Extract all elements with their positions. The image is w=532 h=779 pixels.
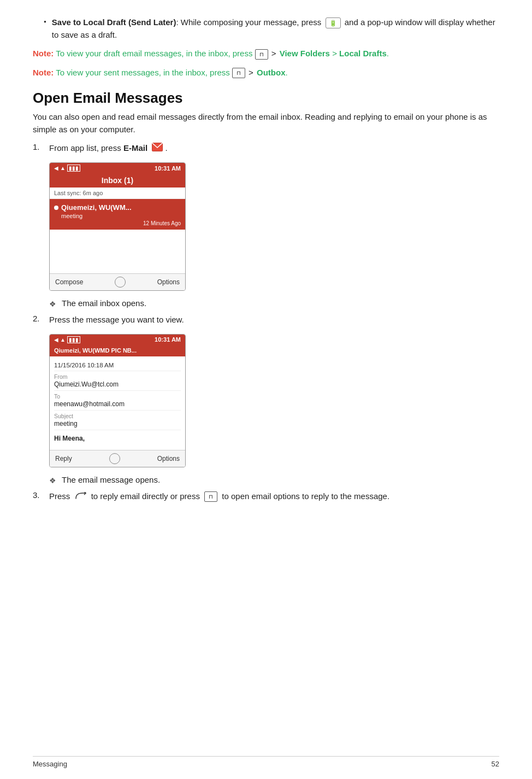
section-title: Open Email Messages — [33, 90, 499, 107]
phone1-unread-dot — [54, 206, 58, 210]
save-icon: 🔋 — [326, 17, 341, 29]
note1-gt: > — [332, 49, 337, 58]
phone2-status-bar: ◀ ▲ ▮▮▮ 10:31 AM — [50, 335, 185, 345]
note1-text-green: To view your draft email messages, in th… — [56, 49, 255, 58]
phone2-subject-label: Subject — [54, 413, 181, 419]
step3-end: to open email options to reply to the me… — [222, 491, 389, 501]
phone1-sender-text: Qiuemeizi, WU(WM... — [61, 203, 132, 212]
step1-num: 1. — [33, 142, 49, 151]
phone2-to-row: To meenawu@hotmail.com — [54, 391, 181, 411]
bullet-dot: ● — [44, 19, 46, 24]
phone2-subject-value: meeting — [54, 420, 181, 427]
phone1-options-btn[interactable]: Options — [157, 278, 180, 286]
note2-arrow: > — [249, 68, 253, 77]
phone2-detail-body: 11/15/2016 10:18 AM From Qiumeizi.Wu@tcl… — [50, 356, 185, 450]
diamond-item-2: ❖ The email message opens. — [49, 475, 499, 485]
phone2-date-value: 11/15/2016 10:18 AM — [54, 362, 114, 368]
step3-num: 3. — [33, 490, 49, 500]
note1-local-drafts: Local Drafts — [339, 49, 387, 58]
step1-text-start: From app list, press — [49, 143, 121, 153]
footer-left: Messaging — [33, 760, 67, 768]
phone2-wifi-icon: ▲ — [60, 337, 66, 343]
step-1: 1. From app list, press E-Mail . — [33, 142, 499, 155]
step-2: 2. Press the message you want to view. — [33, 314, 499, 326]
phone1-signal-icon: ◀ — [54, 165, 58, 171]
email-app-icon — [152, 143, 163, 155]
phone1-body: Last sync: 6m ago Qiuemeizi, WU(WM... me… — [50, 188, 185, 273]
diamond-text-2: The email message opens. — [62, 475, 160, 484]
diamond-icon-2: ❖ — [49, 476, 56, 485]
phone1-status-bar: ◀ ▲ ▮▮▮ 10:31 AM — [50, 163, 185, 173]
phone2-body-text: Hi Meena, — [54, 430, 181, 444]
footer: Messaging 52 — [33, 756, 499, 768]
phone2-date-row: 11/15/2016 10:18 AM — [54, 360, 181, 371]
step-3: 3. Press to reply email directly or pres… — [33, 490, 499, 503]
step2-num: 2. — [33, 314, 49, 323]
diamond-item-1: ❖ The email inbox opens. — [49, 298, 499, 308]
note2-menu-icon: ⊓ — [232, 68, 245, 78]
diamond-text-1: The email inbox opens. — [62, 298, 146, 308]
phone2-battery-icon: ▮▮▮ — [67, 336, 80, 343]
note1-bold: View Folders — [280, 49, 332, 58]
phone1-header: Inbox (1) — [50, 173, 185, 188]
phone1-sender: Qiuemeizi, WU(WM... — [54, 203, 181, 212]
bullet-rest: : While composing your message, press — [176, 17, 321, 27]
phone2-bottom-bar: Reply Options — [50, 450, 185, 467]
step2-text: Press the message you want to view. — [49, 314, 184, 326]
footer-right: 52 — [492, 760, 499, 768]
phone1-status-icons: ◀ ▲ ▮▮▮ — [54, 165, 80, 172]
note2-period: . — [286, 68, 288, 77]
step1-bold: E-Mail — [123, 143, 147, 153]
step3-text: Press to reply email directly or press ⊓… — [49, 490, 389, 503]
phone-detail-mockup: ◀ ▲ ▮▮▮ 10:31 AM Qiumeizi, WU(WMD PIC NB… — [49, 334, 186, 467]
note2-text-green: To view your sent messages, in the inbox… — [56, 68, 232, 77]
phone1-time: 10:31 AM — [155, 165, 181, 172]
step1-period: . — [165, 143, 167, 153]
bullet-bold-label: Save to Local Draft (Send Later) — [52, 17, 176, 27]
phone2-from-row: From Qiumeizi.Wu@tcl.com — [54, 371, 181, 391]
section-desc: You can also open and read email message… — [33, 111, 499, 136]
reply-icon — [75, 491, 87, 503]
phone2-subject-row: Subject meeting — [54, 411, 181, 430]
step3-mid: to reply email directly or press — [91, 491, 200, 501]
phone1-wifi-icon: ▲ — [60, 165, 66, 171]
bullet-text: Save to Local Draft (Send Later): While … — [52, 16, 499, 41]
menu-icon-step3: ⊓ — [204, 491, 217, 502]
phone2-signal-icon: ◀ — [54, 337, 58, 343]
phone1-subject: meeting — [54, 213, 181, 219]
step1-text: From app list, press E-Mail . — [49, 142, 168, 155]
phone2-from-value: Qiumeizi.Wu@tcl.com — [54, 380, 181, 388]
phone2-from-label: From — [54, 373, 181, 380]
phone2-to-value: meenawu@hotmail.com — [54, 400, 181, 408]
note2-outbox: Outbox — [257, 68, 286, 77]
step3-text-start: Press — [49, 491, 70, 501]
phone1-home-button[interactable] — [115, 277, 126, 288]
diamond-icon-1: ❖ — [49, 300, 56, 308]
phone2-status-icons: ◀ ▲ ▮▮▮ — [54, 336, 80, 343]
phone2-header: Qiumeizi, WU(WMD PIC NB... — [50, 345, 185, 356]
note-outbox: Note: To view your sent messages, in the… — [33, 67, 499, 79]
phone-inbox-mockup: ◀ ▲ ▮▮▮ 10:31 AM Inbox (1) Last sync: 6m… — [49, 162, 186, 291]
phone2-spacer — [54, 444, 181, 450]
phone1-sync: Last sync: 6m ago — [50, 188, 185, 199]
phone2-to-label: To — [54, 393, 181, 400]
note2-label: Note: — [33, 68, 54, 77]
note1-label: Note: — [33, 49, 54, 58]
phone1-compose-btn[interactable]: Compose — [55, 278, 83, 286]
phone2-home-button[interactable] — [109, 453, 120, 464]
phone2-time: 10:31 AM — [155, 336, 181, 343]
phone1-bottom-bar: Compose Options — [50, 273, 185, 290]
phone1-time-ago: 12 Minutes Ago — [54, 220, 181, 226]
note1-menu-icon: ⊓ — [255, 49, 268, 60]
phone1-battery-icon: ▮▮▮ — [67, 165, 80, 172]
note1-period: . — [387, 49, 389, 58]
phone2-options-btn[interactable]: Options — [157, 455, 180, 462]
phone2-reply-btn[interactable]: Reply — [55, 455, 72, 462]
bullet-save-draft: ● Save to Local Draft (Send Later): Whil… — [33, 16, 499, 41]
note-drafts: Note: To view your draft email messages,… — [33, 48, 499, 60]
phone1-email-row: Qiuemeizi, WU(WM... meeting 12 Minutes A… — [50, 199, 185, 230]
phone1-spacer — [50, 230, 185, 273]
note1-arrow: > — [271, 49, 276, 58]
